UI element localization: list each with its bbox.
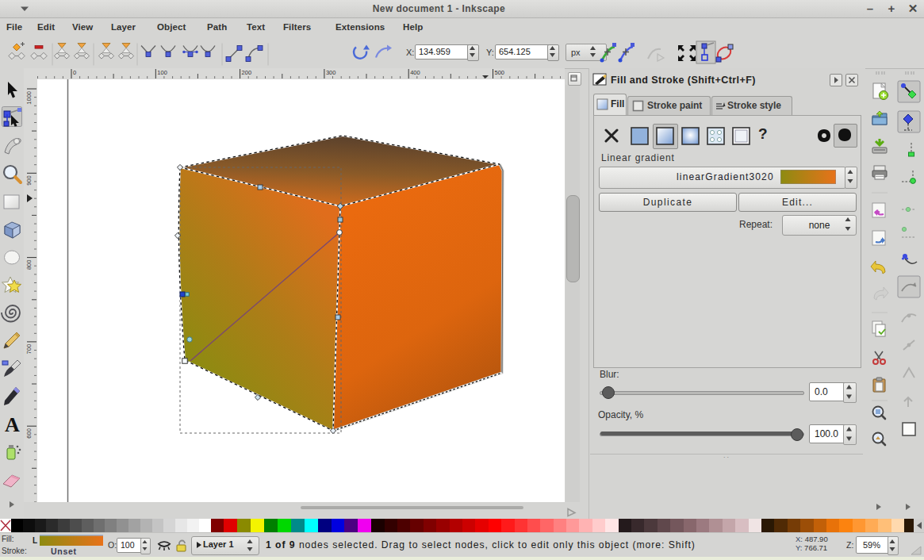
svg-text:700: 700 [25,344,33,355]
svg-text:500: 500 [495,69,505,76]
svg-text:200: 200 [242,69,252,76]
svg-text:300: 300 [326,69,336,76]
svg-text:A: A [5,413,20,436]
svg-text:600: 600 [25,428,33,439]
svg-text:0: 0 [73,69,76,76]
svg-text:800: 800 [25,260,33,270]
svg-text:400: 400 [410,69,420,76]
svg-text:900: 900 [25,175,33,186]
svg-text:1000: 1000 [25,91,33,105]
svg-text:100: 100 [157,69,167,76]
